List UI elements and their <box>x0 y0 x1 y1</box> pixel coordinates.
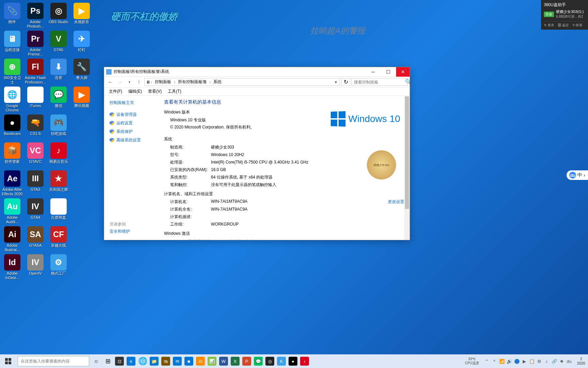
desktop-icon[interactable]: 💬微信 <box>48 87 69 114</box>
taskbar-search-input[interactable] <box>21 359 86 364</box>
baidu-ime-widget[interactable]: du 中 › <box>567 170 588 180</box>
taskbar-app[interactable]: Ai <box>195 354 206 368</box>
desktop-icon[interactable]: ✈钉钉 <box>71 31 93 59</box>
menu-file[interactable]: 文件(F) <box>106 88 125 95</box>
taskbar-app[interactable]: ● <box>287 354 299 368</box>
taskbar-search[interactable] <box>18 356 89 366</box>
desktop-icon[interactable]: PrAdobe Premie... <box>24 31 46 59</box>
nav-recent-button[interactable]: ▾ <box>125 78 133 86</box>
desktop-icon[interactable]: ★共和国之辉 <box>48 170 69 198</box>
scrollbar[interactable] <box>404 96 410 240</box>
desktop-icon[interactable]: AiAdobe Illustrat... <box>1 226 23 254</box>
taskbar-app[interactable]: ♪ <box>299 354 310 368</box>
tray-icon[interactable]: ᴬ <box>491 358 497 364</box>
menu-view[interactable]: 查看(V) <box>145 88 164 95</box>
desktop-icon[interactable]: ▶腾讯视频 <box>71 87 93 114</box>
taskbar-app[interactable]: ⊡ <box>114 354 125 368</box>
taskbar-app[interactable]: P <box>241 354 252 368</box>
desktop-icon[interactable]: ▶央视影音 <box>71 3 93 31</box>
desktop-icon[interactable]: IVGTA4 <box>24 198 46 226</box>
refresh-button[interactable]: ↻ <box>341 78 350 86</box>
desktop-icon[interactable]: AeAdobe After Effects 2020 <box>1 170 23 198</box>
sidebar-control-panel-home[interactable]: 控制面板主页 <box>110 100 153 106</box>
taskbar-app[interactable]: K <box>276 354 287 368</box>
desktop-icon[interactable]: 🌐Google Chrome <box>1 87 23 114</box>
window-titlebar[interactable]: 控制面板\所有控制面板项\系统 ─ ☐ ✕ <box>104 67 410 77</box>
taskbar-app[interactable]: ◎ <box>264 354 276 368</box>
nav-forward-button[interactable]: → <box>116 78 124 86</box>
change-settings-link[interactable]: 更改设置 <box>382 199 404 205</box>
taskbar-app[interactable]: 📊 <box>206 354 218 368</box>
tray-icon[interactable]: 🔗 <box>551 358 557 364</box>
desktop-icon[interactable]: ⊕360安全卫士 <box>1 59 23 87</box>
taskbar-app[interactable]: e <box>125 354 137 368</box>
taskbar-app[interactable]: ✉ <box>172 354 183 368</box>
desktop-icon[interactable]: VGTA5 <box>48 31 69 59</box>
taskbar-app[interactable]: W <box>218 354 229 368</box>
desktop-icon[interactable]: VCGTAVC <box>24 142 46 170</box>
breadcrumb-seg-2[interactable]: 系统 <box>211 79 224 85</box>
start-button[interactable] <box>0 354 16 368</box>
taskbar-app[interactable]: 📁 <box>148 354 160 368</box>
nav-up-button[interactable]: ↑ <box>135 78 143 86</box>
menu-edit[interactable]: 编辑(E) <box>126 88 145 95</box>
search-input[interactable] <box>354 80 405 85</box>
tray-icon[interactable]: 📋 <box>529 358 535 364</box>
taskbar-app[interactable]: ■ <box>183 354 195 368</box>
taskbar-clock[interactable]: 2 2020 <box>574 357 588 366</box>
control-panel-search[interactable]: 🔍 <box>352 78 408 86</box>
desktop-icon[interactable]: 🎮快吧游戏 <box>48 114 69 142</box>
desktop-icon[interactable]: ⚙格式工厂 <box>48 254 69 282</box>
desktop-icon[interactable]: IIIGTA3 <box>24 170 46 198</box>
sidebar-remote-settings[interactable]: 远程设置 <box>110 120 153 126</box>
breadcrumb-seg-1[interactable]: 所有控制面板项 <box>176 79 209 85</box>
task-view-icon[interactable]: ⊞ <box>102 354 114 368</box>
breadcrumb-seg-0[interactable]: 控制面板 <box>153 79 173 85</box>
tray-icon[interactable]: ⚙ <box>536 358 542 364</box>
desktop-icon[interactable]: ☁百度网盘 <box>48 198 69 226</box>
tray-icon[interactable]: ▶ <box>521 358 527 364</box>
tray-icon[interactable]: ♪ <box>544 358 550 364</box>
desktop-icon[interactable]: 🔧鲁大师 <box>71 59 93 87</box>
minimize-button[interactable]: ─ <box>365 67 381 77</box>
desktop-icon[interactable]: 🖥远程连接 <box>1 31 23 59</box>
usb-action-scan[interactable]: ↯ 查杀 <box>544 23 554 28</box>
taskbar-app[interactable]: 💬 <box>252 354 264 368</box>
usb-action-identify[interactable]: ☰ 鉴定 <box>558 23 569 28</box>
desktop-icon[interactable]: ♪网易云音乐 <box>48 142 69 170</box>
scrollbar-thumb[interactable] <box>405 96 409 209</box>
desktop-icon[interactable]: ●Bandicam <box>1 114 23 142</box>
tray-icon[interactable]: 🔵 <box>514 358 520 364</box>
tray-icon[interactable]: 🔊 <box>506 358 512 364</box>
desktop-icon[interactable]: PsAdobe Photosh... <box>24 3 46 31</box>
tray-icon[interactable]: ❖ <box>559 358 565 364</box>
desktop-icon[interactable]: SAGTASA <box>24 226 46 254</box>
license-terms-link[interactable]: 阅读 Microsoft 软件许可条款 <box>202 239 254 240</box>
sidebar-advanced-settings[interactable]: 高级系统设置 <box>110 137 153 143</box>
tray-icon[interactable]: 📶 <box>499 358 505 364</box>
desktop-icon[interactable]: IVOpenIV <box>24 254 46 282</box>
sidebar-device-manager[interactable]: 设备管理器 <box>110 112 153 118</box>
desktop-icon[interactable]: AuAdobe Auditi... <box>1 198 23 226</box>
sidebar-system-protection[interactable]: 系统保护 <box>110 129 153 135</box>
desktop-icon[interactable]: ⬇迅雷 <box>48 59 69 87</box>
address-dropdown-icon[interactable]: ▾ <box>333 80 338 85</box>
tray-icon[interactable]: du <box>566 358 572 364</box>
desktop-icon[interactable]: FlAdobe Flash Profession... <box>24 59 46 87</box>
taskbar-app[interactable]: X <box>229 354 241 368</box>
desktop-icon[interactable]: ♫iTunes <box>24 87 46 114</box>
desktop-icon[interactable]: CF穿越火线 <box>48 226 69 254</box>
taskbar-app[interactable]: 🌐 <box>137 354 148 368</box>
cortana-icon[interactable]: ○ <box>91 354 102 368</box>
desktop-icon[interactable]: ◎OBS Studio <box>48 3 69 31</box>
close-button[interactable]: ✕ <box>396 67 410 77</box>
desktop-icon[interactable]: IdAdobe InDesi... <box>1 254 23 282</box>
sidebar-security-maintenance[interactable]: 安全和维护 <box>110 229 130 234</box>
desktop-icon[interactable]: 🔫CS1.6 <box>24 114 46 142</box>
tray-icon[interactable]: ⌃ <box>484 358 490 364</box>
nav-back-button[interactable]: ← <box>106 78 114 86</box>
menu-tools[interactable]: 工具(T) <box>165 88 184 95</box>
maximize-button[interactable]: ☐ <box>381 67 396 77</box>
taskbar-app[interactable]: 🛍 <box>160 354 172 368</box>
address-bar[interactable]: 🖥 › 控制面板 › 所有控制面板项 › 系统 ▾ <box>144 78 340 86</box>
